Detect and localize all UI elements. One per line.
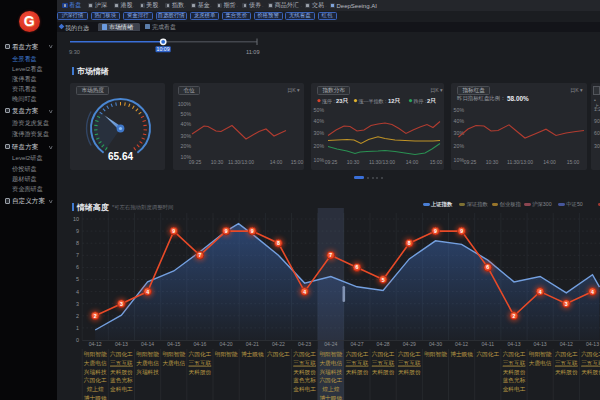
svg-text:7: 7 (329, 252, 332, 258)
svg-text:六国化工: 六国化工 (555, 351, 578, 358)
svg-text:煌上煌: 煌上煌 (87, 386, 104, 392)
svg-text:14:00: 14:00 (270, 159, 283, 165)
svg-text:明阳智能: 明阳智能 (162, 351, 185, 358)
svg-text:15:00: 15:00 (430, 159, 443, 165)
svg-text:三五互联: 三五互联 (293, 360, 316, 366)
svg-text:天科股份: 天科股份 (110, 369, 133, 376)
svg-text:04-15: 04-15 (167, 341, 180, 347)
svg-text:9: 9 (434, 228, 437, 234)
svg-text:40%: 40% (181, 121, 192, 127)
svg-text:六国化工: 六国化工 (84, 377, 107, 384)
svg-text:11:09: 11:09 (246, 49, 260, 55)
svg-text:三五互联: 三五互联 (398, 360, 421, 366)
svg-text:5: 5 (76, 276, 79, 282)
svg-text:04-22: 04-22 (272, 341, 285, 347)
svg-text:跌停 :: 跌停 : (414, 98, 427, 105)
svg-text:博士眼镜: 博士眼镜 (241, 351, 264, 358)
svg-text:04-20: 04-20 (220, 341, 233, 347)
svg-text:9:30: 9:30 (69, 49, 80, 55)
svg-text:23只: 23只 (336, 97, 348, 104)
svg-text:1: 1 (76, 325, 79, 331)
svg-text:50%: 50% (454, 107, 465, 113)
svg-text:涨停 :: 涨停 : (322, 98, 335, 105)
svg-text:04-13: 04-13 (507, 341, 520, 347)
svg-text:0: 0 (76, 337, 79, 343)
svg-text:六国化工: 六国化工 (346, 351, 369, 358)
svg-text:三五互联: 三五互联 (581, 360, 600, 366)
svg-text:11:30/13:00: 11:30/13:00 (507, 159, 533, 165)
svg-text:15:00: 15:00 (291, 159, 304, 165)
svg-text:30%: 30% (181, 133, 192, 139)
svg-text:3: 3 (76, 301, 79, 307)
svg-text:04-21: 04-21 (246, 341, 259, 347)
svg-text:大唐电信: 大唐电信 (319, 360, 342, 367)
svg-text:博士眼镜: 博士眼镜 (319, 395, 342, 400)
svg-text:六国化工: 六国化工 (189, 351, 212, 358)
svg-text:6: 6 (356, 264, 359, 270)
svg-text:明阳智能: 明阳智能 (529, 351, 552, 358)
svg-text:9: 9 (225, 228, 228, 234)
svg-text:11:30/13:00: 11:30/13:00 (369, 159, 395, 165)
svg-text:2: 2 (76, 313, 79, 319)
svg-text:8: 8 (408, 240, 411, 246)
svg-text:兴瑞科技: 兴瑞科技 (136, 369, 159, 375)
svg-text:09:25: 09:25 (189, 159, 202, 165)
svg-text:4: 4 (76, 289, 79, 295)
svg-text:3: 3 (565, 301, 568, 307)
svg-text:三五互联: 三五互联 (503, 360, 526, 366)
svg-text:9: 9 (172, 228, 175, 234)
svg-text:天科股份: 天科股份 (293, 369, 316, 376)
svg-text:天科股份: 天科股份 (503, 369, 526, 376)
svg-text:金科电工: 金科电工 (110, 386, 133, 392)
svg-text:100%: 100% (178, 101, 192, 107)
svg-text:04-13: 04-13 (586, 341, 599, 347)
svg-text:10:30: 10:30 (211, 159, 224, 165)
svg-text:04-16: 04-16 (193, 341, 206, 347)
svg-text:六国化工: 六国化工 (110, 351, 133, 358)
svg-text:大唐电信: 大唐电信 (136, 360, 159, 367)
svg-text:12只: 12只 (388, 97, 400, 104)
svg-text:博士眼镜: 博士眼镜 (84, 395, 107, 400)
svg-text:2: 2 (94, 313, 97, 319)
svg-text:04-29: 04-29 (403, 341, 416, 347)
svg-text:4: 4 (539, 289, 542, 295)
svg-text:六国化工: 六国化工 (398, 351, 421, 358)
svg-text:10: 10 (73, 216, 79, 222)
svg-text:5: 5 (382, 277, 385, 283)
svg-text:2: 2 (513, 313, 516, 319)
svg-text:天科股份: 天科股份 (189, 369, 212, 376)
svg-text:10:30: 10:30 (486, 159, 499, 165)
svg-text:58.00%: 58.00% (507, 95, 529, 102)
svg-text:04-12: 04-12 (560, 341, 573, 347)
svg-text:10:30: 10:30 (347, 159, 360, 165)
svg-text:天科股份: 天科股份 (398, 369, 421, 376)
svg-text:4: 4 (303, 289, 306, 295)
svg-text:14:00: 14:00 (543, 159, 556, 165)
svg-text:30%: 30% (314, 130, 325, 136)
svg-text:三五互联: 三五互联 (189, 360, 212, 366)
svg-text:04-13: 04-13 (115, 341, 128, 347)
svg-text:金科电工: 金科电工 (503, 386, 526, 392)
svg-text:20%: 20% (181, 143, 192, 149)
svg-text:20%: 20% (454, 143, 465, 149)
svg-text:明阳智能: 明阳智能 (215, 351, 238, 358)
svg-text:8: 8 (76, 240, 79, 246)
svg-text:天科股份: 天科股份 (372, 369, 395, 376)
svg-text:涨一半指数 :: 涨一半指数 : (359, 98, 387, 105)
svg-text:六国化工: 六国化工 (581, 351, 600, 358)
svg-text:04-12: 04-12 (89, 341, 102, 347)
svg-text:蓝色光标: 蓝色光标 (110, 377, 133, 384)
svg-text:04-28: 04-28 (377, 341, 390, 347)
svg-text:40%: 40% (454, 118, 465, 124)
svg-text:9: 9 (76, 228, 79, 234)
svg-text:04-24: 04-24 (324, 341, 337, 347)
svg-text:金科电工: 金科电工 (293, 386, 316, 392)
svg-text:7: 7 (76, 252, 79, 258)
svg-text:明阳智能: 明阳智能 (136, 351, 159, 358)
svg-text:六国化工: 六国化工 (476, 351, 499, 358)
svg-text:15:00: 15:00 (567, 159, 580, 165)
svg-text:09:25: 09:25 (464, 159, 477, 165)
svg-text:三五互联: 三五互联 (346, 360, 369, 366)
svg-text:明阳智能: 明阳智能 (319, 351, 342, 358)
svg-text:6: 6 (486, 264, 489, 270)
